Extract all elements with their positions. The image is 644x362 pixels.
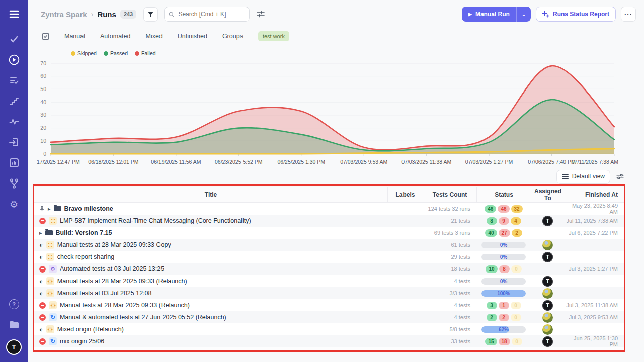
projects-folder-icon[interactable] xyxy=(8,319,20,331)
tests-count: 4 tests xyxy=(423,278,476,284)
milestones-icon[interactable] xyxy=(8,95,20,107)
runs-status-report-button[interactable]: Runs Status Report xyxy=(536,7,616,22)
assignee-avatar xyxy=(542,288,553,299)
mixed-origin-icon: ↻ xyxy=(49,337,57,345)
legend-item-passed[interactable]: Passed xyxy=(104,50,128,56)
versions-branch-icon[interactable] xyxy=(8,177,20,190)
expand-chevron-icon[interactable]: ▸ xyxy=(48,206,51,212)
tests-count: 124 tests 32 runs xyxy=(423,206,476,212)
manual-origin-icon xyxy=(46,253,54,261)
table-view-icon xyxy=(562,174,569,179)
search-field[interactable] xyxy=(177,10,245,18)
column-tests-count[interactable]: Tests Count xyxy=(423,187,476,202)
svg-text:0: 0 xyxy=(43,151,46,157)
default-view-button[interactable]: Default view xyxy=(556,170,610,184)
svg-text:20: 20 xyxy=(40,125,46,131)
import-icon[interactable] xyxy=(8,136,20,148)
tab-automated[interactable]: Automated xyxy=(100,33,130,40)
table-row[interactable]: Manual tests at 28 Mar 2025 09:33 (Relau… xyxy=(34,299,624,311)
failed-count-pill: 8 xyxy=(499,265,510,273)
run-title-cell: ◐Manual tests at 28 Mar 2025 09:33 (Rela… xyxy=(34,277,387,285)
legend-item-skipped[interactable]: Skipped xyxy=(71,50,97,56)
table-row[interactable]: ◐Manual tests at 28 Mar 2025 09:33 (Rela… xyxy=(34,275,624,287)
filter-funnel-button[interactable] xyxy=(143,7,158,22)
progress-label: 0% xyxy=(481,242,526,248)
tab-unfinished[interactable]: Unfinished xyxy=(178,33,207,40)
app-window: ⚙ ? T Zyntra Spark › Runs 243 xyxy=(0,0,644,362)
run-title-cell: ◐Manual tests at 03 Jul 2025 12:08 xyxy=(34,289,387,297)
search-input[interactable] xyxy=(164,7,250,22)
finished-at: Jul 3, 2025 1:27 PM xyxy=(565,266,624,272)
table-row[interactable]: ↻mix origin 25/0633 tests15180TJun 25, 2… xyxy=(34,335,624,347)
skipped-count-pill: 2 xyxy=(512,229,522,237)
expand-chevron-icon[interactable]: ▸ xyxy=(39,230,42,236)
runs-table: Title Labels Tests Count Status Assigned… xyxy=(34,187,624,350)
runs-icon[interactable] xyxy=(8,54,20,66)
column-finished-at[interactable]: Finished At xyxy=(565,187,624,202)
help-icon[interactable]: ? xyxy=(8,298,20,310)
reports-icon[interactable] xyxy=(8,157,20,169)
tab-manual[interactable]: Manual xyxy=(64,33,85,40)
checks-icon[interactable] xyxy=(8,33,20,45)
manual-run-button[interactable]: ▶Manual Run ⌄ xyxy=(462,7,531,22)
test-plans-icon[interactable] xyxy=(8,74,20,86)
table-row[interactable]: ◐check report sharing29 tests0%T xyxy=(34,251,624,263)
column-labels[interactable]: Labels xyxy=(387,187,423,202)
manual-run-dropdown[interactable]: ⌄ xyxy=(516,7,531,22)
hamburger-menu-icon[interactable] xyxy=(8,8,20,20)
passed-count-pill: 40 xyxy=(485,229,497,237)
run-title-cell: ◐Mixed origin (Relaunch) xyxy=(34,325,387,333)
runs-trend-chart[interactable]: 01020304050607017/2025 12:47 PM06/18/202… xyxy=(29,58,644,170)
passed-count-pill: 10 xyxy=(486,265,497,273)
table-body: ▸Bravo milestone124 tests 32 runs464632M… xyxy=(34,203,624,347)
table-row[interactable]: ▸Bravo milestone124 tests 32 runs464632M… xyxy=(34,203,624,215)
tests-count: 21 tests xyxy=(423,218,476,224)
run-title: Build: Version 7.15 xyxy=(56,229,112,236)
table-row[interactable]: ⚙Automated tests at 03 Jul 2025 13:2518 … xyxy=(34,263,624,275)
table-row[interactable]: ▸Build: Version 7.1569 tests 3 runs40272… xyxy=(34,227,624,239)
in-progress-status-icon: ◐ xyxy=(39,326,43,333)
failed-count-pill: 18 xyxy=(499,338,510,345)
breadcrumb-project[interactable]: Zyntra Spark xyxy=(41,10,87,19)
settings-gear-icon[interactable]: ⚙ xyxy=(8,198,20,210)
stopped-status-icon xyxy=(39,266,46,273)
table-row[interactable]: ↻Manual & automated tests at 27 Jun 2025… xyxy=(34,311,624,323)
tab-mixed[interactable]: Mixed xyxy=(145,33,162,40)
table-row[interactable]: ◐Manual tests at 03 Jul 2025 12:083/3 te… xyxy=(34,287,624,299)
column-status[interactable]: Status xyxy=(476,187,531,202)
assignee-avatar xyxy=(542,240,553,250)
select-runs-icon[interactable] xyxy=(42,33,49,40)
user-avatar[interactable]: T xyxy=(6,339,22,355)
svg-text:06/18/2025 12:01 PM: 06/18/2025 12:01 PM xyxy=(88,159,138,165)
activity-pulse-icon[interactable] xyxy=(8,116,20,128)
display-settings-icon[interactable] xyxy=(257,11,265,18)
pin-icon[interactable] xyxy=(39,206,45,212)
status-cell: 15180 xyxy=(476,338,531,345)
columns-settings-icon[interactable] xyxy=(616,173,624,180)
assignee-cell: T xyxy=(531,336,565,347)
tab-groups[interactable]: Groups xyxy=(222,33,243,40)
passed-count-pill: 3 xyxy=(487,302,497,309)
tests-count: 33 tests xyxy=(423,338,476,344)
chart-legend: SkippedPassedFailed xyxy=(28,49,644,57)
run-title: Manual tests at 28 Mar 2025 09:33 Copy xyxy=(57,241,171,248)
table-row[interactable]: ◐Manual tests at 28 Mar 2025 09:33 Copy6… xyxy=(34,239,624,251)
svg-text:70: 70 xyxy=(40,60,46,66)
sidebar: ⚙ ? T xyxy=(0,0,28,362)
table-row[interactable]: ◐Mixed origin (Relaunch)5/8 tests62% xyxy=(34,323,624,335)
run-title: mix origin 25/06 xyxy=(60,338,104,345)
skipped-count-pill: 0 xyxy=(512,338,522,345)
column-assigned-to[interactable]: Assigned To xyxy=(531,187,565,202)
skipped-count-pill: 0 xyxy=(511,302,521,309)
svg-text:10: 10 xyxy=(40,138,46,144)
active-filter-badge[interactable]: test work xyxy=(258,31,289,41)
skipped-count-pill: 32 xyxy=(511,205,523,213)
status-cell: 62% xyxy=(476,326,531,333)
table-row[interactable]: LMP-587 Implement Real-Time Chat Messagi… xyxy=(34,215,624,227)
assignee-avatar: T xyxy=(542,216,553,226)
column-title[interactable]: Title xyxy=(34,187,387,202)
more-actions-button[interactable]: ··· xyxy=(621,7,636,22)
legend-item-failed[interactable]: Failed xyxy=(135,50,156,56)
run-title: Manual tests at 03 Jul 2025 12:08 xyxy=(57,290,152,297)
tabs-bar: Manual Automated Mixed Unfinished Groups… xyxy=(28,28,644,44)
